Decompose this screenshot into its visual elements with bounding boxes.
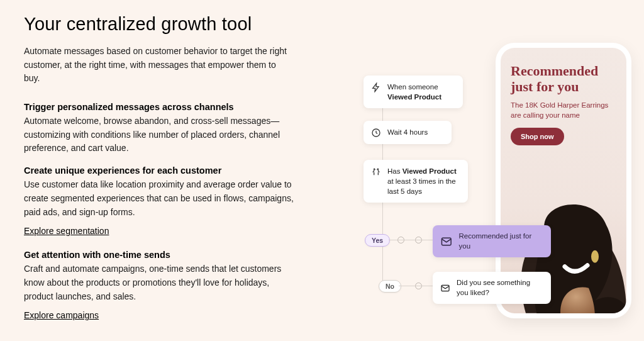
phone-headline: Recommended just for you: [511, 63, 616, 95]
msg-no-label: Did you see something you liked?: [457, 278, 543, 298]
page-title: Your centralized growth tool: [24, 14, 294, 35]
flow-trigger-card: When someone Viewed Product: [364, 75, 463, 108]
flow-diagram: When someone Viewed Product Wait 4 hours…: [352, 43, 497, 320]
section-3-body: Craft and automate campaigns, one-time s…: [24, 262, 294, 303]
section-2-title: Create unique experiences for each custo…: [24, 165, 294, 176]
cond-event: Viewed Product: [402, 167, 457, 175]
flow-condition-card: Has Viewed Product at least 3 times in t…: [364, 160, 468, 203]
svg-point-1: [591, 250, 599, 263]
branch-no-pill: No: [379, 280, 401, 293]
flow-message-no: Did you see something you liked?: [433, 272, 551, 304]
illustration-area: Recommended just for you The 18K Gold Ha…: [352, 43, 635, 332]
trigger-event: Viewed Product: [387, 93, 441, 101]
lead-paragraph: Automate messages based on customer beha…: [24, 45, 294, 86]
trigger-prefix: When someone: [387, 83, 438, 91]
msg-yes-label: Recommended just for you: [459, 232, 543, 251]
phone-subtitle: The 18K Gold Harper Earrings are calling…: [511, 100, 616, 120]
split-icon: [371, 167, 381, 177]
cond-suffix: at least 3 times in the last 5 days: [387, 177, 456, 195]
shop-now-button[interactable]: Shop now: [511, 128, 564, 145]
lightning-cursor-icon: [371, 82, 381, 92]
explore-segmentation-link[interactable]: Explore segmentation: [24, 226, 109, 236]
explore-campaigns-link[interactable]: Explore campaigns: [24, 310, 99, 320]
branch-yes-pill: Yes: [365, 234, 390, 247]
clock-icon: [371, 128, 381, 138]
section-2-body: Use customer data like location proximit…: [24, 178, 294, 219]
section-1-title: Trigger personalized messages across cha…: [24, 102, 294, 112]
flow-message-yes: Recommended just for you: [433, 225, 551, 257]
section-1-body: Automate welcome, browse abandon, and cr…: [24, 115, 294, 155]
wait-label: Wait 4 hours: [387, 127, 428, 137]
section-3-title: Get attention with one-time sends: [24, 250, 294, 260]
mail-icon: [440, 235, 453, 248]
flow-wait-card: Wait 4 hours: [364, 121, 452, 144]
cond-prefix: Has: [387, 167, 402, 175]
mail-icon: [440, 282, 450, 294]
